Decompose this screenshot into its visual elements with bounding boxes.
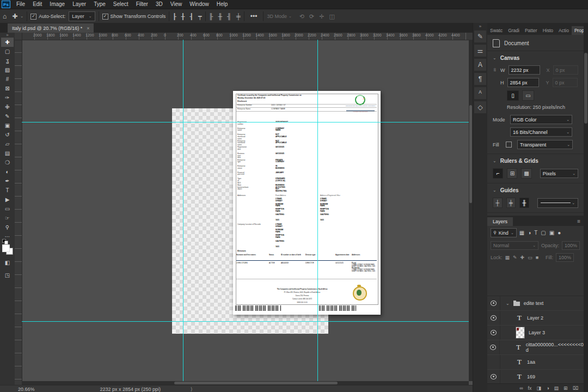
close-icon[interactable]: × xyxy=(87,26,89,31)
toggle-guides-icon[interactable]: ┼ xyxy=(493,198,503,208)
tab-patter[interactable]: Patter xyxy=(522,26,540,35)
canvas-height-input[interactable]: 2854 px xyxy=(507,78,539,87)
character-panel-icon[interactable]: A xyxy=(474,59,486,71)
vertical-guide[interactable] xyxy=(317,40,318,385)
blur-tool[interactable]: ❍ xyxy=(1,158,14,167)
layer-effects-icon[interactable]: fx xyxy=(528,385,532,391)
move-tool[interactable]: ✚ xyxy=(1,38,14,47)
dodge-tool[interactable]: ◐ xyxy=(1,167,14,176)
adjustment-layer-icon[interactable]: ◑ xyxy=(546,385,549,391)
toggle-smart-guides-icon[interactable]: ╪ xyxy=(506,198,516,208)
menu-3d[interactable]: 3D xyxy=(152,0,167,9)
eraser-tool[interactable]: ▱ xyxy=(1,139,14,149)
vertical-guide[interactable] xyxy=(183,40,183,385)
toggle-pixel-grid-icon[interactable]: ▩ xyxy=(521,168,531,179)
filter-pixel-layers-icon[interactable]: ▦ xyxy=(519,230,524,236)
layer-row[interactable]: TLayer 2 xyxy=(487,311,584,326)
new-layer-icon[interactable]: ⊞ xyxy=(564,385,568,391)
menu-select[interactable]: Select xyxy=(109,0,132,9)
mode-dropdown[interactable]: RGB Color ⌄ xyxy=(510,115,572,124)
marquee-tool[interactable]: ▢ xyxy=(1,47,14,56)
layer-row[interactable]: ⌄edite text xyxy=(487,296,584,311)
menu-view[interactable]: View xyxy=(167,0,186,9)
type-tool[interactable]: T xyxy=(1,186,14,195)
layer-visibility-toggle[interactable] xyxy=(487,326,500,340)
chevron-down-icon[interactable]: ⌄ xyxy=(506,301,510,306)
layer-visibility-toggle[interactable] xyxy=(487,311,500,325)
layer-group-icon[interactable]: ▤ xyxy=(554,385,559,391)
gradient-tool[interactable]: ▤ xyxy=(1,149,14,158)
orientation-landscape-button[interactable]: ▭ xyxy=(522,90,534,101)
clone-stamp-tool[interactable]: ▣ xyxy=(1,121,14,130)
toolbar-expand-icon[interactable]: » xyxy=(6,33,8,38)
layer-row[interactable]: Tcitta0000000...<<<<<<<<0 d xyxy=(487,340,584,355)
pen-tool[interactable]: ✒ xyxy=(1,176,14,186)
brush-settings-icon[interactable]: ✎ xyxy=(474,30,486,42)
home-icon[interactable]: ⌂ xyxy=(0,13,9,20)
filter-shape-layers-icon[interactable]: ▢ xyxy=(541,230,546,236)
toggle-rulers-icon[interactable]: ⌐ xyxy=(493,168,503,179)
tab-swatc[interactable]: Swatc xyxy=(487,26,505,35)
layer-visibility-toggle[interactable] xyxy=(487,296,500,310)
panel-collapse-icon[interactable]: » xyxy=(479,24,481,29)
eyedropper-tool[interactable]: ✑ xyxy=(1,93,14,102)
glyphs-panel-icon[interactable]: ᴬ xyxy=(474,87,486,99)
rulers-grids-section-header[interactable]: ⌄ Rulers & Grids xyxy=(487,154,584,167)
tab-gradi[interactable]: Gradi xyxy=(505,26,522,35)
distribute-icon[interactable]: ╢ xyxy=(227,13,231,20)
horizontal-guide[interactable] xyxy=(22,122,473,122)
libraries-panel-icon[interactable]: ◇ xyxy=(474,101,486,113)
screen-mode-icon[interactable]: ◳ xyxy=(1,271,14,280)
panel-menu-icon[interactable]: ≡ xyxy=(577,218,584,226)
guide-style-dropdown[interactable]: ⌄ xyxy=(537,198,579,208)
distribute-icon[interactable]: ╪ xyxy=(236,13,241,20)
canvas-width-input[interactable]: 2232 px xyxy=(509,65,540,75)
delete-layer-icon[interactable]: ⌧ xyxy=(573,385,578,391)
panel-scrollbar[interactable] xyxy=(584,23,588,392)
menu-help[interactable]: Help xyxy=(213,0,232,9)
menu-edit[interactable]: Edit xyxy=(29,0,46,9)
distribute-icon[interactable]: ╫ xyxy=(218,13,222,20)
auto-select-target-dropdown[interactable]: Layer ⌄ xyxy=(69,11,95,21)
quick-mask-icon[interactable]: ◧ xyxy=(1,258,14,267)
filter-smart-objects-icon[interactable]: ▣ xyxy=(549,230,554,236)
paragraph-panel-icon[interactable]: ¶ xyxy=(474,73,486,85)
bit-depth-dropdown[interactable]: 16 Bits/Channel ⌄ xyxy=(510,127,572,137)
more-options-icon[interactable]: ••• xyxy=(248,13,260,20)
tab-actio[interactable]: Actio xyxy=(556,26,572,35)
layer-row[interactable]: Layer 3 xyxy=(487,326,584,340)
align-icon[interactable]: ┨ xyxy=(189,13,193,20)
menu-file[interactable]: File xyxy=(13,0,29,9)
tab-layers[interactable]: Layers xyxy=(487,217,513,226)
healing-brush-tool[interactable]: ✙ xyxy=(1,102,14,112)
toggle-grid-icon[interactable]: ⊞ xyxy=(507,168,517,179)
menu-image[interactable]: Image xyxy=(46,0,69,9)
guides-section-header[interactable]: ⌄ Guides xyxy=(487,183,584,196)
fill-checkbox[interactable] xyxy=(506,142,512,148)
menu-filter[interactable]: Filter xyxy=(132,0,152,9)
menu-layer[interactable]: Layer xyxy=(69,0,90,9)
lock-guides-icon[interactable]: ╫ xyxy=(519,198,529,208)
horizontal-guide[interactable] xyxy=(22,321,473,322)
foreground-color-swatch[interactable] xyxy=(2,244,10,252)
status-chevron-icon[interactable]: ⟩ xyxy=(191,387,193,392)
distribute-icon[interactable]: ╟ xyxy=(209,13,213,20)
filter-type-layers-icon[interactable]: T xyxy=(534,230,537,236)
layer-row[interactable]: T1aa xyxy=(487,355,584,370)
layer-visibility-toggle[interactable] xyxy=(487,340,500,354)
brush-tool[interactable]: ✎ xyxy=(1,112,14,121)
zoom-tool[interactable]: ⚲ xyxy=(1,223,14,232)
menu-window[interactable]: Window xyxy=(186,0,213,9)
filter-adjustment-layers-icon[interactable]: ◑ xyxy=(528,230,531,236)
layer-visibility-toggle[interactable] xyxy=(487,355,500,369)
menu-type[interactable]: Type xyxy=(90,0,109,9)
history-brush-tool[interactable]: ↺ xyxy=(1,130,14,139)
object-selection-tool[interactable]: ▧ xyxy=(1,65,14,75)
canvas-horizontal-scrollbar[interactable] xyxy=(22,381,469,385)
orientation-portrait-button[interactable]: ▯ xyxy=(507,90,519,101)
tab-histo[interactable]: Histo xyxy=(540,26,556,35)
canvas-viewport[interactable]: Certificate issued by the Companies and … xyxy=(22,40,473,385)
kind-filter-dropdown[interactable]: ⚲ Kind ⌄ xyxy=(491,228,517,237)
filter-toggle-icon[interactable]: ● xyxy=(558,230,561,236)
color-swatches[interactable] xyxy=(2,243,13,255)
